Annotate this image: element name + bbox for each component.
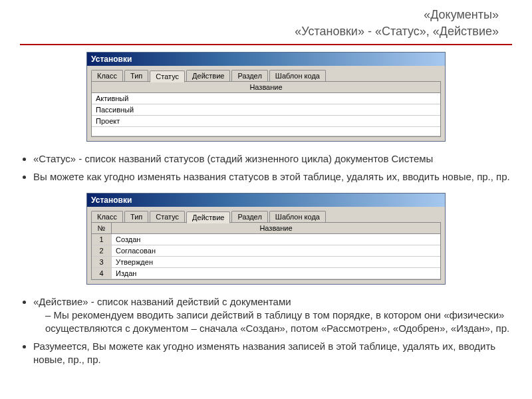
window-titlebar: Установки (87, 194, 445, 207)
grid-row[interactable]: 2Согласован (92, 245, 440, 257)
cell-name: Утвержден (112, 257, 440, 267)
window-titlebar: Установки (87, 53, 445, 66)
col-name: Название (112, 223, 440, 233)
rest: - список названий статусов (стадий жизне… (76, 153, 433, 164)
divider (20, 44, 512, 45)
text-block-2: «Действие» - список названий действий с … (33, 295, 512, 366)
title-line-1: «Документы» (20, 7, 499, 23)
tab-status[interactable]: Статус (150, 70, 185, 82)
tab-class[interactable]: Класс (91, 70, 123, 81)
col-num: № (92, 223, 112, 233)
grid-row-empty[interactable] (92, 127, 440, 136)
bullet: Разумеется, Вы можете как угодно изменят… (33, 340, 512, 367)
bullet: «Действие» - список названий действий с … (33, 295, 512, 336)
tab-status[interactable]: Статус (150, 211, 185, 222)
grid-row[interactable]: 1Создан (92, 234, 440, 245)
grid-header: Название (92, 82, 440, 93)
title-line-2: «Установки» - «Статус», «Действие» (20, 23, 499, 40)
tab-section[interactable]: Раздел (231, 70, 267, 81)
grid-row[interactable]: Проект (92, 116, 440, 127)
grid-header: № Название (92, 223, 440, 234)
lead: «Действие» (33, 296, 88, 307)
tab-class[interactable]: Класс (91, 211, 123, 222)
rest: - список названий действий с документами (88, 296, 291, 307)
slide-title: «Документы» «Установки» - «Статус», «Дей… (20, 7, 499, 40)
text-block-1: «Статус» - список названий статусов (ста… (33, 152, 512, 184)
cell-name: Пассивный (92, 104, 440, 115)
tab-action[interactable]: Действие (186, 70, 230, 81)
cell-name: Издан (112, 268, 440, 279)
tabstrip: Класс Тип Статус Действие Раздел Шаблон … (87, 207, 445, 222)
bullet: «Статус» - список названий статусов (ста… (33, 152, 512, 166)
cell-num: 2 (92, 245, 112, 256)
cell-name: Создан (112, 234, 440, 245)
grid-row[interactable]: Пассивный (92, 104, 440, 116)
tab-code-template[interactable]: Шаблон кода (269, 70, 326, 81)
grid-row[interactable]: 3Утвержден (92, 257, 440, 268)
col-name: Название (92, 82, 440, 92)
grid-row[interactable]: Активный (92, 93, 440, 104)
tab-action[interactable]: Действие (186, 211, 230, 223)
tab-type[interactable]: Тип (124, 70, 148, 81)
cell-name: Согласован (112, 245, 440, 256)
window-action: Установки Класс Тип Статус Действие Разд… (86, 193, 446, 285)
sub-list: Мы рекомендуем вводить записи действий в… (45, 309, 512, 336)
tab-section[interactable]: Раздел (231, 211, 267, 222)
cell-num: 4 (92, 268, 112, 279)
bullet: Вы можете как угодно изменять названия с… (33, 170, 512, 184)
grid: № Название 1Создан 2Согласован 3Утвержде… (91, 222, 441, 280)
cell-num: 3 (92, 257, 112, 267)
tabstrip: Класс Тип Статус Действие Раздел Шаблон … (87, 66, 445, 81)
window-status: Установки Класс Тип Статус Действие Разд… (86, 52, 446, 142)
cell-num: 1 (92, 234, 112, 245)
cell-name: Проект (92, 116, 440, 126)
grid-row[interactable]: 4Издан (92, 268, 440, 279)
tab-code-template[interactable]: Шаблон кода (269, 211, 326, 222)
tab-type[interactable]: Тип (124, 211, 148, 222)
lead: «Статус» (33, 153, 76, 164)
cell-name: Активный (92, 93, 440, 104)
grid: Название Активный Пассивный Проект (91, 81, 441, 137)
sub-bullet: Мы рекомендуем вводить записи действий в… (45, 309, 512, 336)
